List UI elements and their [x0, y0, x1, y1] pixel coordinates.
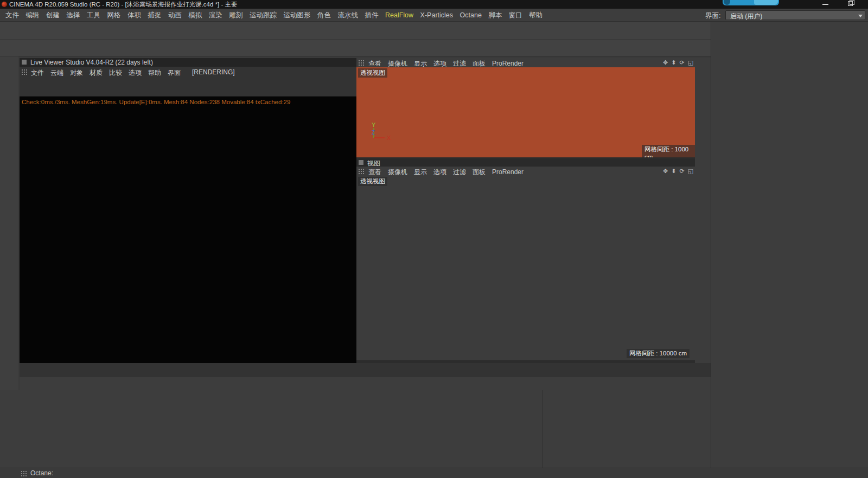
svg-text:X: X	[387, 135, 391, 140]
svg-text:Y: Y	[372, 122, 376, 128]
svg-text:Z: Z	[372, 130, 375, 136]
